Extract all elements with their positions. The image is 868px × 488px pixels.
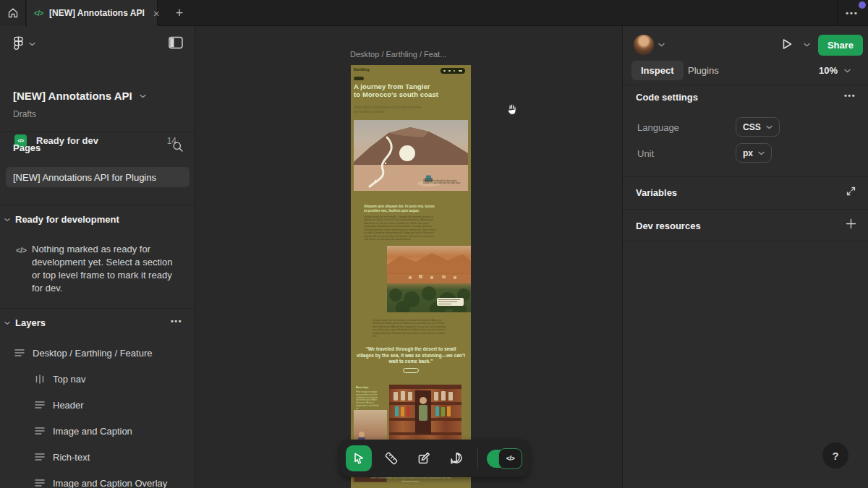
chevron-down-icon	[766, 125, 773, 129]
divider	[623, 85, 868, 85]
variables-expand-button[interactable]	[846, 186, 856, 197]
toggle-panel-button[interactable]	[168, 35, 184, 50]
artboard-tag-pill	[354, 77, 364, 80]
file-name-menu[interactable]: [NEW] Annotations API	[13, 90, 146, 102]
tab-plugins[interactable]: Plugins	[688, 61, 719, 80]
divider	[0, 132, 195, 132]
ready-for-dev-label: Ready for dev	[36, 135, 98, 146]
main-menu-button[interactable]	[13, 36, 35, 51]
ready-for-development-section-header[interactable]: Ready for development	[4, 214, 119, 225]
cursor-icon	[352, 452, 365, 465]
select-tool-button[interactable]	[346, 445, 372, 471]
share-button[interactable]: Share	[818, 35, 863, 56]
toolbar-divider	[477, 448, 478, 469]
close-tab-icon[interactable]: ×	[153, 8, 160, 19]
frame-label[interactable]: Desktop / Earthling / Feat...	[350, 50, 446, 59]
page-item-label: [NEW] Annotations API for Plugins	[13, 172, 156, 183]
ruler-icon	[384, 451, 399, 466]
layer-row[interactable]: Header	[35, 395, 84, 415]
annotate-tool-button[interactable]	[411, 445, 437, 471]
divider	[0, 308, 195, 309]
rich-text-paragraph: Quisque laoreet leo nec mi mollis, ut gr…	[364, 215, 436, 241]
topbar-divider	[837, 0, 838, 26]
add-dev-resource-button[interactable]	[846, 218, 856, 229]
artboard-top-nav	[441, 68, 465, 74]
chevron-down-icon	[844, 69, 851, 73]
language-label: Language	[637, 122, 679, 133]
left-sidebar: [NEW] Annotations API Drafts </> Ready f…	[0, 26, 195, 488]
pages-header: Pages	[13, 142, 41, 153]
chevron-down-icon	[758, 151, 765, 155]
zoom-control[interactable]: 10%	[819, 61, 851, 80]
aside-heading: More trips	[356, 386, 382, 390]
aside-text: Proin tristique et congue, massa pretium…	[356, 390, 380, 410]
code-icon: </>	[16, 243, 27, 256]
chevron-down-icon	[29, 42, 35, 46]
dev-mode-toggle-knob: </>	[498, 448, 522, 469]
design-artboard[interactable]: Earthling A journey from Tangier to Moro…	[351, 65, 471, 488]
unit-dropdown[interactable]: px	[736, 143, 772, 163]
chevron-down-icon[interactable]	[658, 43, 665, 47]
page-item-selected[interactable]: [NEW] Annotations API for Plugins	[6, 167, 190, 187]
rich-text-heading: Aliquam quis aliquam dui. In justo nisi,…	[364, 204, 436, 213]
layer-row[interactable]: Image and Caption Overlay	[35, 473, 167, 488]
tab-inspect[interactable]: Inspect	[631, 61, 684, 80]
comment-tool-button[interactable]	[443, 445, 469, 471]
chevron-down-icon[interactable]	[804, 43, 810, 47]
unit-value: px	[743, 148, 753, 158]
search-icon	[172, 141, 184, 153]
divider	[0, 205, 195, 205]
help-button[interactable]: ?	[822, 442, 848, 468]
edit-icon	[417, 451, 431, 466]
hand-cursor-icon	[506, 103, 518, 116]
search-pages-button[interactable]	[172, 141, 184, 153]
divider	[623, 209, 868, 210]
layer-row[interactable]: Rich-text	[35, 447, 90, 467]
tab-title: [NEW] Annotations API	[49, 8, 145, 18]
language-dropdown[interactable]: CSS	[736, 117, 780, 137]
columns-icon	[35, 374, 45, 384]
rich-text-paragraph-2: Quisque laoreet leo nec mi mollis, ut gr…	[373, 319, 446, 338]
chevron-down-icon	[4, 321, 10, 325]
unit-label: Unit	[637, 148, 654, 159]
present-button[interactable]	[780, 38, 793, 51]
play-icon	[780, 38, 793, 51]
home-icon	[7, 7, 19, 19]
divider	[623, 241, 868, 241]
measure-tool-button[interactable]	[378, 445, 404, 471]
dev-mode-toggle[interactable]: </>	[487, 450, 521, 468]
frame-icon	[35, 453, 45, 461]
chevron-down-icon	[140, 94, 146, 98]
oasis-caption-card	[437, 298, 464, 306]
file-name: [NEW] Annotations API	[13, 90, 132, 102]
layers-title: Layers	[15, 317, 46, 328]
avatar[interactable]	[634, 35, 654, 55]
frame-icon	[35, 401, 45, 409]
divider	[623, 176, 868, 177]
oasis-photo	[387, 246, 471, 312]
artboard-button: Read more	[403, 368, 419, 373]
file-tab[interactable]: </> [NEW] Annotations API ×	[27, 0, 158, 26]
frame-icon	[35, 427, 45, 435]
new-tab-button[interactable]: +	[166, 0, 192, 26]
notification-dot	[859, 1, 866, 9]
ready-for-development-title: Ready for development	[15, 214, 119, 225]
artboard-subheading: Road tripping and exploring rich histori…	[354, 106, 422, 114]
expand-icon	[846, 186, 856, 197]
code-settings-overflow-icon[interactable]: •••	[844, 91, 856, 100]
layers-overflow-icon[interactable]: •••	[171, 317, 182, 325]
code-settings-title: Code settings	[636, 92, 698, 103]
chevron-down-icon	[4, 218, 10, 222]
layer-row[interactable]: Desktop / Earthling / Feature	[14, 343, 152, 363]
layers-section-header[interactable]: Layers	[4, 317, 46, 328]
hero-caption: A road running through the desert plains…	[423, 179, 462, 184]
dev-resources-title: Dev resources	[636, 221, 701, 231]
home-button[interactable]	[0, 0, 26, 26]
variables-title: Variables	[636, 187, 677, 198]
artboard-heading: A journey from Tangier to Morocco's sout…	[354, 82, 439, 98]
layer-row[interactable]: Top nav	[35, 369, 86, 389]
figma-logo-icon	[13, 36, 24, 51]
right-sidebar: Share Inspect Plugins 10% Code settings …	[622, 26, 868, 488]
layer-row[interactable]: Image and Caption	[35, 421, 132, 441]
panel-layout-icon	[168, 35, 184, 50]
